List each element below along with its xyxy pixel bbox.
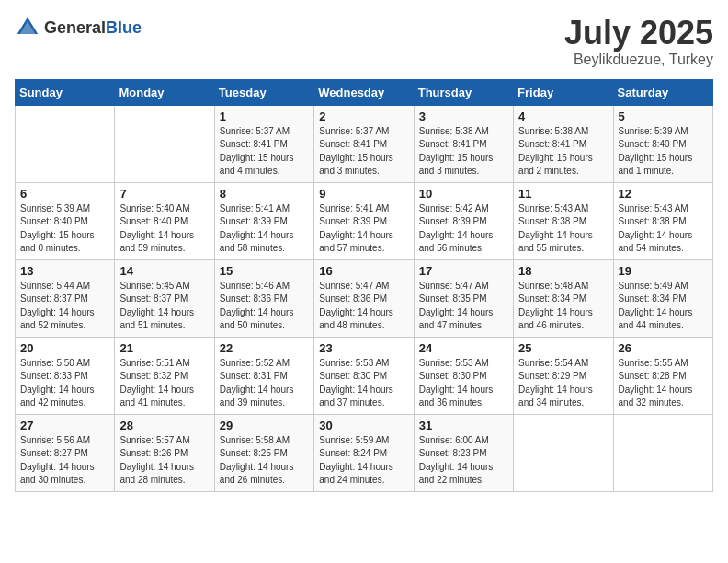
calendar-cell: 31Sunrise: 6:00 AMSunset: 8:23 PMDayligh… — [414, 414, 513, 491]
day-number: 16 — [319, 264, 408, 278]
col-header-saturday: Saturday — [613, 79, 712, 105]
calendar-cell: 21Sunrise: 5:51 AMSunset: 8:32 PMDayligh… — [115, 337, 214, 414]
cell-info: Sunrise: 5:40 AMSunset: 8:40 PMDaylight:… — [119, 202, 209, 256]
cell-info: Sunrise: 5:41 AMSunset: 8:39 PMDaylight:… — [319, 202, 408, 256]
calendar-cell: 20Sunrise: 5:50 AMSunset: 8:33 PMDayligh… — [16, 337, 115, 414]
calendar-cell: 2Sunrise: 5:37 AMSunset: 8:41 PMDaylight… — [314, 105, 414, 182]
calendar-cell: 9Sunrise: 5:41 AMSunset: 8:39 PMDaylight… — [314, 182, 414, 259]
cell-info: Sunrise: 5:43 AMSunset: 8:38 PMDaylight:… — [518, 202, 608, 256]
day-number: 1 — [220, 109, 309, 123]
calendar-cell: 30Sunrise: 5:59 AMSunset: 8:24 PMDayligh… — [314, 414, 414, 491]
cell-info: Sunrise: 5:41 AMSunset: 8:39 PMDaylight:… — [220, 202, 309, 256]
calendar-cell: 4Sunrise: 5:38 AMSunset: 8:41 PMDaylight… — [514, 105, 613, 182]
calendar-header-row: SundayMondayTuesdayWednesdayThursdayFrid… — [16, 79, 713, 105]
day-number: 9 — [319, 187, 408, 201]
title-area: July 2025 Beylikduezue, Turkey — [564, 15, 713, 68]
calendar-cell: 27Sunrise: 5:56 AMSunset: 8:27 PMDayligh… — [16, 414, 115, 491]
day-number: 11 — [518, 187, 608, 201]
day-number: 6 — [20, 187, 109, 201]
calendar-cell: 17Sunrise: 5:47 AMSunset: 8:35 PMDayligh… — [414, 259, 513, 337]
logo: GeneralBlue — [15, 15, 142, 40]
cell-info: Sunrise: 5:49 AMSunset: 8:34 PMDaylight:… — [619, 280, 708, 333]
calendar-cell: 29Sunrise: 5:58 AMSunset: 8:25 PMDayligh… — [214, 414, 313, 491]
cell-info: Sunrise: 5:44 AMSunset: 8:37 PMDaylight:… — [20, 280, 109, 333]
day-number: 26 — [619, 341, 708, 355]
calendar-cell: 1Sunrise: 5:37 AMSunset: 8:41 PMDaylight… — [214, 105, 313, 182]
logo-blue-text: Blue — [106, 18, 142, 37]
day-number: 31 — [419, 419, 508, 432]
calendar-cell: 26Sunrise: 5:55 AMSunset: 8:28 PMDayligh… — [613, 337, 712, 414]
cell-info: Sunrise: 5:39 AMSunset: 8:40 PMDaylight:… — [619, 125, 708, 178]
week-row-4: 20Sunrise: 5:50 AMSunset: 8:33 PMDayligh… — [16, 337, 713, 414]
calendar-cell: 25Sunrise: 5:54 AMSunset: 8:29 PMDayligh… — [514, 337, 613, 414]
calendar-cell: 6Sunrise: 5:39 AMSunset: 8:40 PMDaylight… — [16, 182, 115, 259]
cell-info: Sunrise: 5:37 AMSunset: 8:41 PMDaylight:… — [319, 125, 408, 178]
day-number: 28 — [119, 419, 209, 432]
cell-info: Sunrise: 5:57 AMSunset: 8:26 PMDaylight:… — [119, 434, 209, 488]
cell-info: Sunrise: 5:46 AMSunset: 8:36 PMDaylight:… — [220, 280, 309, 333]
day-number: 25 — [518, 341, 608, 355]
day-number: 3 — [419, 109, 508, 123]
day-number: 21 — [119, 341, 209, 355]
day-number: 17 — [419, 264, 508, 278]
day-number: 23 — [319, 341, 408, 355]
calendar-cell: 24Sunrise: 5:53 AMSunset: 8:30 PMDayligh… — [414, 337, 513, 414]
cell-info: Sunrise: 5:38 AMSunset: 8:41 PMDaylight:… — [419, 125, 508, 178]
calendar-cell: 7Sunrise: 5:40 AMSunset: 8:40 PMDaylight… — [115, 182, 214, 259]
cell-info: Sunrise: 6:00 AMSunset: 8:23 PMDaylight:… — [419, 434, 508, 488]
week-row-2: 6Sunrise: 5:39 AMSunset: 8:40 PMDaylight… — [16, 182, 713, 259]
cell-info: Sunrise: 5:54 AMSunset: 8:29 PMDaylight:… — [518, 357, 608, 410]
col-header-sunday: Sunday — [16, 79, 115, 105]
logo-icon — [15, 15, 40, 40]
calendar-cell — [115, 105, 214, 182]
day-number: 13 — [20, 264, 109, 278]
day-number: 10 — [419, 187, 508, 201]
week-row-5: 27Sunrise: 5:56 AMSunset: 8:27 PMDayligh… — [16, 414, 713, 491]
day-number: 5 — [619, 109, 708, 123]
page-header: GeneralBlue July 2025 Beylikduezue, Turk… — [15, 15, 713, 68]
cell-info: Sunrise: 5:56 AMSunset: 8:27 PMDaylight:… — [20, 434, 109, 488]
cell-info: Sunrise: 5:52 AMSunset: 8:31 PMDaylight:… — [220, 357, 309, 410]
day-number: 24 — [419, 341, 508, 355]
col-header-tuesday: Tuesday — [214, 79, 313, 105]
col-header-friday: Friday — [514, 79, 613, 105]
calendar-cell: 22Sunrise: 5:52 AMSunset: 8:31 PMDayligh… — [214, 337, 313, 414]
calendar-table: SundayMondayTuesdayWednesdayThursdayFrid… — [15, 79, 713, 492]
day-number: 20 — [20, 341, 109, 355]
day-number: 27 — [20, 419, 109, 432]
cell-info: Sunrise: 5:53 AMSunset: 8:30 PMDaylight:… — [419, 357, 508, 410]
cell-info: Sunrise: 5:43 AMSunset: 8:38 PMDaylight:… — [619, 202, 708, 256]
calendar-cell: 15Sunrise: 5:46 AMSunset: 8:36 PMDayligh… — [214, 259, 313, 337]
cell-info: Sunrise: 5:59 AMSunset: 8:24 PMDaylight:… — [319, 434, 408, 488]
cell-info: Sunrise: 5:53 AMSunset: 8:30 PMDaylight:… — [319, 357, 408, 410]
cell-info: Sunrise: 5:39 AMSunset: 8:40 PMDaylight:… — [20, 202, 109, 256]
cell-info: Sunrise: 5:42 AMSunset: 8:39 PMDaylight:… — [419, 202, 508, 256]
calendar-cell: 8Sunrise: 5:41 AMSunset: 8:39 PMDaylight… — [214, 182, 313, 259]
cell-info: Sunrise: 5:48 AMSunset: 8:34 PMDaylight:… — [518, 280, 608, 333]
week-row-1: 1Sunrise: 5:37 AMSunset: 8:41 PMDaylight… — [16, 105, 713, 182]
cell-info: Sunrise: 5:50 AMSunset: 8:33 PMDaylight:… — [20, 357, 109, 410]
day-number: 18 — [518, 264, 608, 278]
calendar-cell: 23Sunrise: 5:53 AMSunset: 8:30 PMDayligh… — [314, 337, 414, 414]
calendar-cell: 11Sunrise: 5:43 AMSunset: 8:38 PMDayligh… — [514, 182, 613, 259]
calendar-cell: 28Sunrise: 5:57 AMSunset: 8:26 PMDayligh… — [115, 414, 214, 491]
cell-info: Sunrise: 5:51 AMSunset: 8:32 PMDaylight:… — [119, 357, 209, 410]
day-number: 14 — [119, 264, 209, 278]
calendar-cell: 14Sunrise: 5:45 AMSunset: 8:37 PMDayligh… — [115, 259, 214, 337]
calendar-cell: 13Sunrise: 5:44 AMSunset: 8:37 PMDayligh… — [16, 259, 115, 337]
day-number: 22 — [220, 341, 309, 355]
cell-info: Sunrise: 5:58 AMSunset: 8:25 PMDaylight:… — [220, 434, 309, 488]
day-number: 2 — [319, 109, 408, 123]
day-number: 8 — [220, 187, 309, 201]
logo-general-text: General — [44, 18, 106, 37]
calendar-cell: 3Sunrise: 5:38 AMSunset: 8:41 PMDaylight… — [414, 105, 513, 182]
calendar-cell: 19Sunrise: 5:49 AMSunset: 8:34 PMDayligh… — [613, 259, 712, 337]
day-number: 4 — [518, 109, 608, 123]
day-number: 7 — [119, 187, 209, 201]
cell-info: Sunrise: 5:47 AMSunset: 8:36 PMDaylight:… — [319, 280, 408, 333]
day-number: 29 — [220, 419, 309, 432]
month-title: July 2025 — [564, 15, 713, 52]
location-title: Beylikduezue, Turkey — [564, 52, 713, 68]
cell-info: Sunrise: 5:45 AMSunset: 8:37 PMDaylight:… — [119, 280, 209, 333]
calendar-cell — [514, 414, 613, 491]
